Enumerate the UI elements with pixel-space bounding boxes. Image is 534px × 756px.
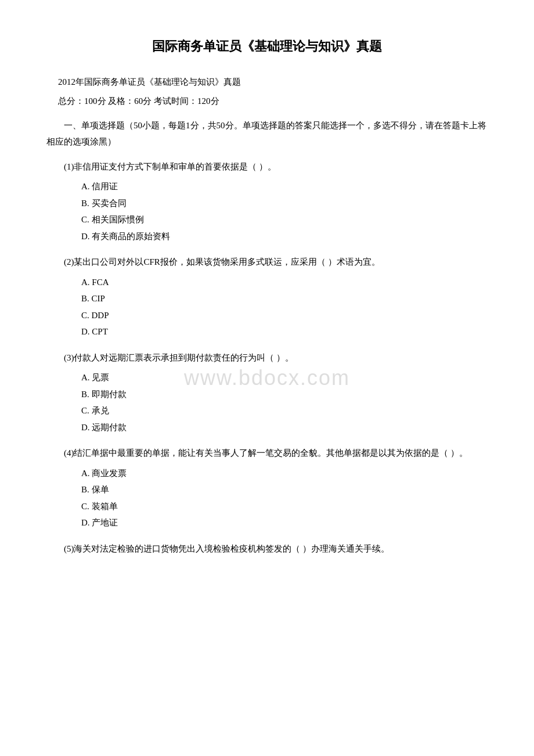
- question-2-option-d: D. CPT: [46, 323, 488, 340]
- question-4-option-c: C. 装箱单: [46, 498, 488, 515]
- question-1-option-d: D. 有关商品的原始资料: [46, 228, 488, 245]
- question-3-text: (3)付款人对远期汇票表示承担到期付款责任的行为叫（ ）。: [46, 350, 488, 366]
- question-4-text: (4)结汇单据中最重要的单据，能让有关当事人了解一笔交易的全貌。其他单据都是以其…: [46, 445, 488, 462]
- question-1: (1)非信用证支付方式下制单和审单的首要依据是（ ）。 A. 信用证 B. 买卖…: [46, 159, 488, 245]
- question-5: (5)海关对法定检验的进口货物凭出入境检验检疫机构签发的（ ）办理海关通关手续。: [46, 541, 488, 557]
- question-2-option-a: A. FCA: [46, 274, 488, 291]
- question-5-text: (5)海关对法定检验的进口货物凭出入境检验检疫机构签发的（ ）办理海关通关手续。: [46, 541, 488, 557]
- question-4-option-b: B. 保单: [46, 481, 488, 498]
- question-3-option-a: A. 见票: [46, 369, 488, 386]
- question-2-text: (2)某出口公司对外以CFR报价，如果该货物采用多式联运，应采用（ ）术语为宜。: [46, 254, 488, 271]
- question-2: (2)某出口公司对外以CFR报价，如果该货物采用多式联运，应采用（ ）术语为宜。…: [46, 254, 488, 340]
- section-intro: 一、单项选择题（50小题，每题1分，共50分。单项选择题的答案只能选择一个，多选…: [46, 117, 488, 150]
- question-3-option-c: C. 承兑: [46, 402, 488, 419]
- question-4: (4)结汇单据中最重要的单据，能让有关当事人了解一笔交易的全貌。其他单据都是以其…: [46, 445, 488, 531]
- meta-line1: 2012年国际商务单证员《基础理论与知识》真题: [46, 74, 488, 90]
- question-1-option-b: B. 买卖合同: [46, 195, 488, 212]
- question-3: (3)付款人对远期汇票表示承担到期付款责任的行为叫（ ）。 A. 见票 B. 即…: [46, 350, 488, 436]
- meta-line2: 总分：100分 及格：60分 考试时间：120分: [46, 93, 488, 109]
- question-2-option-c: C. DDP: [46, 307, 488, 324]
- question-1-option-a: A. 信用证: [46, 178, 488, 195]
- question-4-option-a: A. 商业发票: [46, 465, 488, 482]
- question-1-text: (1)非信用证支付方式下制单和审单的首要依据是（ ）。: [46, 159, 488, 175]
- question-3-option-b: B. 即期付款: [46, 386, 488, 403]
- page-title: 国际商务单证员《基础理论与知识》真题: [46, 35, 488, 58]
- question-3-option-d: D. 远期付款: [46, 419, 488, 436]
- question-2-option-b: B. CIP: [46, 290, 488, 307]
- question-4-option-d: D. 产地证: [46, 514, 488, 531]
- question-1-option-c: C. 相关国际惯例: [46, 211, 488, 228]
